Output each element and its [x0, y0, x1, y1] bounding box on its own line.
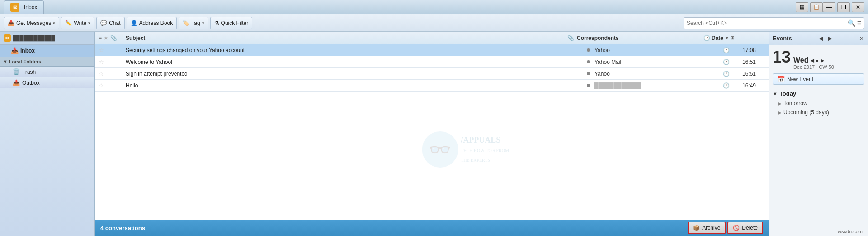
date-column-header[interactable]: 🕐 Date ▼ ⊞: [703, 35, 767, 41]
address-book-label: Address Book: [139, 20, 173, 26]
row-icons: ☆: [97, 70, 124, 77]
sidebar-item-trash[interactable]: 🗑️ Trash: [0, 67, 94, 77]
subject-text: Welcome to Yahoo!: [126, 59, 172, 65]
delete-button[interactable]: 🚫 Delete: [727, 222, 763, 234]
quick-filter-button[interactable]: ⚗ Quick Filter: [210, 17, 253, 29]
inbox-icon: 📥: [11, 47, 19, 54]
chat-label: Chat: [109, 20, 120, 26]
star-icon[interactable]: ☆: [99, 82, 104, 89]
footer-watermark: wsxdn.com: [838, 229, 863, 234]
toolbar: 📥 Get Messages ▾ ✏️ Write ▾ 💬 Chat 👤 Add…: [0, 14, 868, 32]
row-dot: [582, 72, 594, 75]
email-list-container: ☆ Security settings changed on your Yaho…: [95, 44, 769, 220]
get-messages-arrow[interactable]: ▾: [53, 21, 55, 25]
archive-button[interactable]: 📦 Archive: [688, 222, 726, 234]
search-menu-icon[interactable]: ≡: [857, 19, 861, 27]
write-label: Write: [74, 20, 86, 26]
row-dot: [582, 60, 594, 63]
outbox-label: Outbox: [22, 80, 40, 86]
email-row[interactable]: ☆ Welcome to Yahoo! Yahoo Mail 🕐 16:51: [95, 56, 769, 68]
archive-icon: 📦: [693, 225, 700, 231]
star-icon[interactable]: ☆: [99, 70, 104, 77]
correspondent: ████████████: [594, 82, 721, 89]
get-messages-icon: 📥: [8, 20, 14, 26]
events-day-name: Wed ◀ ● ▶: [793, 56, 834, 64]
events-title: Events: [773, 35, 792, 42]
tag-button[interactable]: 🏷️ Tag ▾: [179, 17, 208, 29]
events-day-info: Wed ◀ ● ▶ Dec 2017 CW 50: [793, 56, 834, 70]
chat-icon: 💬: [100, 20, 107, 26]
email-subject: Hello: [124, 82, 582, 89]
clipboard-icon-btn[interactable]: 📋: [810, 2, 823, 12]
chat-button[interactable]: 💬 Chat: [96, 17, 124, 29]
get-messages-label: Get Messages: [16, 20, 51, 26]
correspondent: Yahoo: [594, 47, 721, 53]
star-icon[interactable]: ☆: [99, 47, 104, 53]
date-sort-arrow[interactable]: ▼: [725, 35, 729, 40]
row-icons: ☆: [97, 82, 124, 89]
upcoming-section[interactable]: ▶ Upcoming (5 days): [773, 108, 864, 117]
delete-icon: 🚫: [733, 225, 740, 231]
correspondent: Yahoo: [594, 71, 721, 77]
inbox-label: Inbox: [20, 48, 35, 54]
events-close-button[interactable]: ✕: [859, 35, 864, 42]
write-button[interactable]: ✏️ Write ▾: [61, 17, 94, 29]
email-row[interactable]: ☆ Hello ████████████ 🕐 16:49: [95, 80, 769, 92]
address-book-button[interactable]: 👤 Address Book: [127, 17, 177, 29]
email-row[interactable]: ☆ Security settings changed on your Yaho…: [95, 44, 769, 56]
sidebar-item-outbox[interactable]: 📤 Outbox: [0, 77, 94, 88]
search-icon[interactable]: 🔍: [848, 19, 855, 27]
email-row[interactable]: ☆ Sign in attempt prevented Yahoo 🕐 16:5…: [95, 68, 769, 80]
unread-dot: [587, 60, 590, 63]
email-time: 16:51: [731, 59, 756, 65]
subject-column-header[interactable]: Subject: [124, 35, 564, 41]
search-input[interactable]: [687, 20, 848, 26]
events-month-year: Dec 2017 CW 50: [793, 64, 834, 70]
title-tab[interactable]: ✉ Inbox: [4, 0, 44, 14]
today-section[interactable]: ▼ Today: [773, 88, 864, 99]
day-nav-prev[interactable]: ◀: [811, 58, 814, 63]
row-dot: [582, 84, 594, 87]
subject-text: Sign in attempt prevented: [126, 71, 188, 77]
calendar-icon-btn[interactable]: ▦: [796, 2, 808, 12]
today-label: Today: [779, 90, 796, 97]
star-icon[interactable]: ☆: [99, 58, 104, 65]
status-bar: 4 conversations 📦 Archive 🚫 Delete: [95, 220, 769, 236]
row-dot: [582, 48, 594, 52]
sidebar-item-inbox[interactable]: 📥 Inbox: [0, 45, 94, 57]
events-nav: ◀ ▶: [817, 34, 834, 43]
day-nav-dot[interactable]: ●: [816, 58, 819, 63]
thread-icon: ≡: [99, 35, 102, 41]
tomorrow-section[interactable]: ▶ Tomorrow: [773, 99, 864, 108]
sidebar-account[interactable]: ✉ ████████████: [0, 32, 94, 45]
minimize-button[interactable]: —: [823, 2, 835, 12]
tag-label: Tag: [191, 20, 200, 26]
sidebar-section-local-folders[interactable]: ▼ Local Folders: [0, 57, 94, 67]
correspondents-column-header[interactable]: Correspondents: [577, 35, 703, 41]
tag-icon: 🏷️: [183, 20, 189, 26]
clock-col-icon: 🕐: [703, 35, 710, 41]
new-event-button[interactable]: 📅 New Event: [773, 73, 864, 85]
day-nav-next[interactable]: ▶: [821, 58, 824, 63]
tomorrow-label: Tomorrow: [783, 100, 807, 106]
restore-button[interactable]: ❐: [837, 2, 850, 12]
events-prev-button[interactable]: ◀: [817, 34, 825, 43]
upcoming-label: Upcoming (5 days): [783, 109, 829, 116]
close-button[interactable]: ✕: [852, 2, 864, 12]
upcoming-arrow: ▶: [778, 110, 782, 115]
address-book-icon: 👤: [131, 20, 137, 26]
time-icon: 🕐: [721, 82, 731, 89]
subject-header-label: Subject: [126, 35, 145, 41]
tag-arrow[interactable]: ▾: [202, 21, 204, 25]
email-time: 16:49: [731, 82, 756, 89]
events-next-button[interactable]: ▶: [826, 34, 834, 43]
correspondents-header-label: Correspondents: [577, 35, 619, 41]
title-bar: ✉ Inbox ▦ 📋 — ❐ ✕: [0, 0, 868, 14]
write-arrow[interactable]: ▾: [88, 21, 90, 25]
week-label: CW 50: [819, 64, 834, 70]
write-icon: ✏️: [65, 20, 72, 26]
get-messages-button[interactable]: 📥 Get Messages ▾: [4, 17, 59, 29]
quick-filter-icon: ⚗: [214, 20, 219, 26]
email-subject: Security settings changed on your Yahoo …: [124, 47, 582, 53]
day-name-text: Wed: [793, 56, 808, 64]
